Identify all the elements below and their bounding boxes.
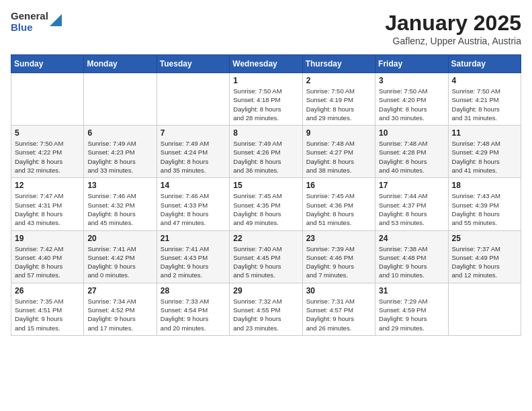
day-number: 14	[161, 181, 226, 190]
day-number: 2	[306, 76, 371, 85]
calendar-cell: 16Sunrise: 7:45 AM Sunset: 4:36 PM Dayli…	[302, 178, 375, 230]
day-number: 17	[379, 181, 444, 190]
calendar-week-1: 1Sunrise: 7:50 AM Sunset: 4:18 PM Daylig…	[11, 73, 521, 126]
day-info: Sunrise: 7:41 AM Sunset: 4:43 PM Dayligh…	[161, 244, 226, 280]
calendar-week-5: 26Sunrise: 7:35 AM Sunset: 4:51 PM Dayli…	[11, 283, 521, 335]
calendar-cell: 6Sunrise: 7:49 AM Sunset: 4:23 PM Daylig…	[84, 126, 157, 178]
calendar-cell: 4Sunrise: 7:50 AM Sunset: 4:21 PM Daylig…	[448, 73, 521, 126]
day-info: Sunrise: 7:40 AM Sunset: 4:45 PM Dayligh…	[233, 244, 298, 280]
day-header-sunday: Sunday	[11, 55, 84, 73]
day-header-saturday: Saturday	[448, 55, 521, 73]
calendar-cell: 26Sunrise: 7:35 AM Sunset: 4:51 PM Dayli…	[11, 283, 84, 335]
calendar-cell: 30Sunrise: 7:31 AM Sunset: 4:57 PM Dayli…	[302, 283, 375, 335]
day-info: Sunrise: 7:46 AM Sunset: 4:32 PM Dayligh…	[87, 191, 152, 227]
day-number: 4	[452, 76, 517, 85]
calendar-cell: 7Sunrise: 7:49 AM Sunset: 4:24 PM Daylig…	[157, 126, 229, 178]
calendar-cell: 25Sunrise: 7:37 AM Sunset: 4:49 PM Dayli…	[448, 230, 521, 283]
day-info: Sunrise: 7:37 AM Sunset: 4:49 PM Dayligh…	[452, 244, 517, 280]
day-info: Sunrise: 7:49 AM Sunset: 4:24 PM Dayligh…	[161, 139, 226, 175]
day-info: Sunrise: 7:50 AM Sunset: 4:19 PM Dayligh…	[306, 87, 371, 122]
day-number: 25	[452, 234, 517, 243]
day-number: 15	[233, 181, 298, 190]
day-number: 1	[233, 76, 298, 85]
calendar-cell: 18Sunrise: 7:43 AM Sunset: 4:39 PM Dayli…	[448, 178, 521, 230]
day-info: Sunrise: 7:43 AM Sunset: 4:39 PM Dayligh…	[452, 191, 517, 227]
day-info: Sunrise: 7:50 AM Sunset: 4:22 PM Dayligh…	[15, 139, 80, 175]
day-info: Sunrise: 7:44 AM Sunset: 4:37 PM Dayligh…	[379, 191, 444, 227]
calendar-cell: 23Sunrise: 7:39 AM Sunset: 4:46 PM Dayli…	[302, 230, 375, 283]
calendar-week-4: 19Sunrise: 7:42 AM Sunset: 4:40 PM Dayli…	[11, 230, 521, 283]
calendar-cell	[157, 73, 229, 126]
calendar-cell: 21Sunrise: 7:41 AM Sunset: 4:43 PM Dayli…	[157, 230, 229, 283]
day-info: Sunrise: 7:31 AM Sunset: 4:57 PM Dayligh…	[306, 297, 371, 332]
day-info: Sunrise: 7:47 AM Sunset: 4:31 PM Dayligh…	[15, 191, 80, 227]
logo-blue: Blue	[11, 22, 48, 34]
calendar-cell: 29Sunrise: 7:32 AM Sunset: 4:55 PM Dayli…	[230, 283, 302, 335]
page-title: January 2025	[385, 11, 521, 36]
calendar-cell: 10Sunrise: 7:48 AM Sunset: 4:28 PM Dayli…	[375, 126, 448, 178]
calendar-cell	[448, 283, 521, 335]
day-number: 7	[161, 128, 226, 138]
day-number: 30	[306, 286, 371, 295]
calendar-cell: 28Sunrise: 7:33 AM Sunset: 4:54 PM Dayli…	[157, 283, 229, 335]
calendar-cell: 12Sunrise: 7:47 AM Sunset: 4:31 PM Dayli…	[11, 178, 84, 230]
day-info: Sunrise: 7:48 AM Sunset: 4:29 PM Dayligh…	[452, 139, 517, 175]
calendar-cell: 5Sunrise: 7:50 AM Sunset: 4:22 PM Daylig…	[11, 126, 84, 178]
page-header: General Blue January 2025 Gaflenz, Upper…	[11, 11, 521, 46]
logo: General Blue	[11, 11, 62, 33]
day-info: Sunrise: 7:39 AM Sunset: 4:46 PM Dayligh…	[306, 244, 371, 280]
day-info: Sunrise: 7:33 AM Sunset: 4:54 PM Dayligh…	[161, 297, 226, 332]
logo-text: General Blue	[11, 11, 48, 33]
day-number: 28	[161, 286, 226, 295]
day-info: Sunrise: 7:49 AM Sunset: 4:26 PM Dayligh…	[233, 139, 298, 175]
calendar-table: SundayMondayTuesdayWednesdayThursdayFrid…	[11, 54, 521, 336]
page-subtitle: Gaflenz, Upper Austria, Austria	[385, 36, 521, 46]
day-number: 23	[306, 234, 371, 243]
day-info: Sunrise: 7:29 AM Sunset: 4:59 PM Dayligh…	[379, 297, 444, 332]
calendar-cell	[11, 73, 84, 126]
logo-general: General	[11, 11, 48, 22]
day-number: 10	[379, 128, 444, 138]
calendar-cell: 31Sunrise: 7:29 AM Sunset: 4:59 PM Dayli…	[375, 283, 448, 335]
day-number: 3	[379, 76, 444, 85]
day-number: 12	[15, 181, 80, 190]
calendar-cell: 22Sunrise: 7:40 AM Sunset: 4:45 PM Dayli…	[230, 230, 302, 283]
logo-icon	[50, 11, 62, 26]
svg-marker-0	[50, 14, 62, 26]
calendar-cell	[84, 73, 157, 126]
day-number: 16	[306, 181, 371, 190]
day-info: Sunrise: 7:48 AM Sunset: 4:28 PM Dayligh…	[379, 139, 444, 175]
day-number: 22	[233, 234, 298, 243]
calendar-cell: 3Sunrise: 7:50 AM Sunset: 4:20 PM Daylig…	[375, 73, 448, 126]
day-number: 13	[87, 181, 152, 190]
calendar-week-2: 5Sunrise: 7:50 AM Sunset: 4:22 PM Daylig…	[11, 126, 521, 178]
calendar-cell: 13Sunrise: 7:46 AM Sunset: 4:32 PM Dayli…	[84, 178, 157, 230]
day-number: 20	[87, 234, 152, 243]
calendar-cell: 15Sunrise: 7:45 AM Sunset: 4:35 PM Dayli…	[230, 178, 302, 230]
day-header-thursday: Thursday	[302, 55, 375, 73]
calendar-cell: 11Sunrise: 7:48 AM Sunset: 4:29 PM Dayli…	[448, 126, 521, 178]
day-info: Sunrise: 7:50 AM Sunset: 4:21 PM Dayligh…	[452, 87, 517, 122]
day-info: Sunrise: 7:45 AM Sunset: 4:36 PM Dayligh…	[306, 191, 371, 227]
calendar-cell: 2Sunrise: 7:50 AM Sunset: 4:19 PM Daylig…	[302, 73, 375, 126]
day-info: Sunrise: 7:42 AM Sunset: 4:40 PM Dayligh…	[15, 244, 80, 280]
day-number: 18	[452, 181, 517, 190]
day-header-friday: Friday	[375, 55, 448, 73]
calendar-header-row: SundayMondayTuesdayWednesdayThursdayFrid…	[11, 55, 521, 73]
day-header-wednesday: Wednesday	[230, 55, 302, 73]
day-number: 24	[379, 234, 444, 243]
calendar-week-3: 12Sunrise: 7:47 AM Sunset: 4:31 PM Dayli…	[11, 178, 521, 230]
day-number: 27	[87, 286, 152, 295]
calendar-cell: 8Sunrise: 7:49 AM Sunset: 4:26 PM Daylig…	[230, 126, 302, 178]
day-number: 8	[233, 128, 298, 138]
day-info: Sunrise: 7:45 AM Sunset: 4:35 PM Dayligh…	[233, 191, 298, 227]
calendar-cell: 9Sunrise: 7:48 AM Sunset: 4:27 PM Daylig…	[302, 126, 375, 178]
calendar-cell: 14Sunrise: 7:46 AM Sunset: 4:33 PM Dayli…	[157, 178, 229, 230]
calendar-cell: 1Sunrise: 7:50 AM Sunset: 4:18 PM Daylig…	[230, 73, 302, 126]
day-info: Sunrise: 7:34 AM Sunset: 4:52 PM Dayligh…	[87, 297, 152, 332]
day-info: Sunrise: 7:41 AM Sunset: 4:42 PM Dayligh…	[87, 244, 152, 280]
day-number: 26	[15, 286, 80, 295]
title-block: January 2025 Gaflenz, Upper Austria, Aus…	[385, 11, 521, 46]
day-number: 21	[161, 234, 226, 243]
day-info: Sunrise: 7:46 AM Sunset: 4:33 PM Dayligh…	[161, 191, 226, 227]
